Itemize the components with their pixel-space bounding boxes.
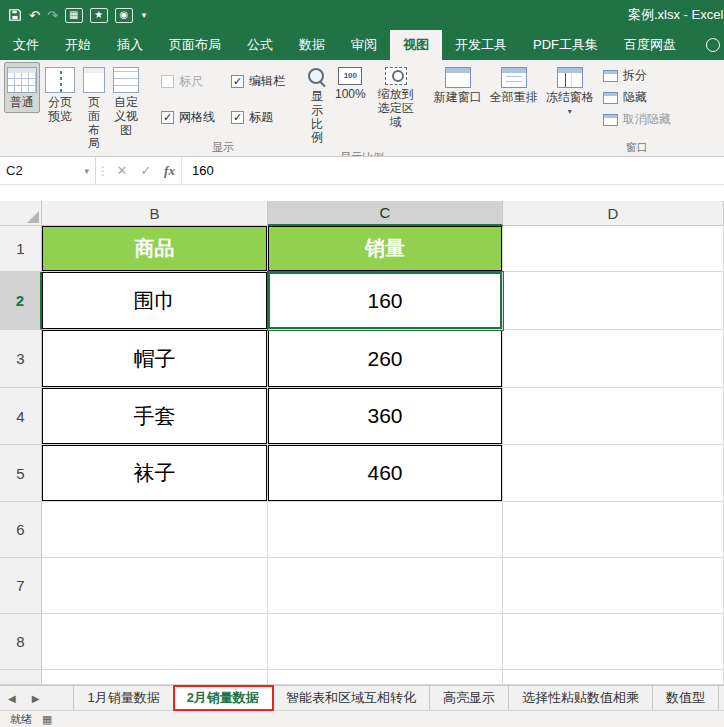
star-icon[interactable]: ★ bbox=[90, 8, 108, 23]
cell-c2-active[interactable]: 160 bbox=[268, 272, 503, 330]
cell-b1[interactable]: 商品 bbox=[42, 226, 268, 272]
cell-b2[interactable]: 围巾 bbox=[42, 272, 268, 330]
tab-developer[interactable]: 开发工具 bbox=[442, 30, 520, 60]
unhide-button[interactable]: 取消隐藏 bbox=[600, 110, 674, 129]
sheet-tab-numeric[interactable]: 数值型 bbox=[653, 686, 719, 710]
freeze-panes-button[interactable]: 冻结窗格 ▾ bbox=[543, 62, 597, 119]
account-icon[interactable] bbox=[706, 38, 720, 52]
tab-page-layout[interactable]: 页面布局 bbox=[156, 30, 234, 60]
camera-icon[interactable]: ◉ bbox=[115, 8, 133, 23]
column-header-d[interactable]: D bbox=[503, 201, 724, 226]
sheet-tab-february-active[interactable]: 2月销量数据 bbox=[174, 686, 273, 710]
row-header-7[interactable]: 7 bbox=[0, 558, 42, 614]
tab-home[interactable]: 开始 bbox=[52, 30, 104, 60]
cell-b4[interactable]: 手套 bbox=[42, 388, 268, 445]
row-header-5[interactable]: 5 bbox=[0, 445, 42, 502]
select-all-corner[interactable] bbox=[0, 201, 42, 226]
cell-c4[interactable]: 360 bbox=[268, 388, 503, 445]
status-icon[interactable]: ▦ bbox=[42, 713, 52, 726]
customize-qat-icon[interactable]: ▾ bbox=[142, 11, 147, 20]
tab-file[interactable]: 文件 bbox=[0, 30, 52, 60]
status-bar: 就绪 ▦ bbox=[0, 710, 724, 727]
sheet-tab-smart-table[interactable]: 智能表和区域互相转化 bbox=[273, 686, 430, 710]
cell-d3[interactable] bbox=[503, 330, 724, 388]
cell-c6[interactable] bbox=[268, 502, 503, 558]
cell-b7[interactable] bbox=[42, 558, 268, 614]
cancel-icon[interactable]: ✕ bbox=[110, 157, 134, 184]
cell-d7[interactable] bbox=[503, 558, 724, 614]
zoom-to-selection-icon bbox=[385, 67, 407, 85]
cell-b3[interactable]: 帽子 bbox=[42, 330, 268, 388]
save-icon[interactable] bbox=[8, 8, 22, 22]
cell-c1[interactable]: 销量 bbox=[268, 226, 503, 272]
cell-d5[interactable] bbox=[503, 445, 724, 502]
tab-formulas[interactable]: 公式 bbox=[234, 30, 286, 60]
enter-icon[interactable]: ✓ bbox=[134, 157, 158, 184]
page-layout-view-button[interactable]: 页面布局 bbox=[80, 62, 108, 154]
tab-review[interactable]: 审阅 bbox=[338, 30, 390, 60]
row-header-4[interactable]: 4 bbox=[0, 388, 42, 445]
new-window-button[interactable]: 新建窗口 bbox=[431, 62, 485, 108]
gridlines-label: 网格线 bbox=[179, 109, 215, 126]
cell-d1[interactable] bbox=[503, 226, 724, 272]
custom-views-label: 自定义视图 bbox=[113, 96, 139, 137]
undo-icon[interactable]: ↶ bbox=[29, 9, 40, 22]
tab-pdf-tools[interactable]: PDF工具集 bbox=[520, 30, 611, 60]
column-header-c[interactable]: C bbox=[268, 201, 503, 226]
cell-b5[interactable]: 袜子 bbox=[42, 445, 268, 502]
sheet-tab-january[interactable]: 1月销量数据 bbox=[73, 686, 173, 710]
redo-icon[interactable]: ↷ bbox=[47, 9, 58, 22]
arrange-all-button[interactable]: 全部重排 bbox=[487, 62, 541, 108]
sheet-nav-right-icon[interactable]: ▶ bbox=[24, 686, 48, 710]
row-header-3[interactable]: 3 bbox=[0, 330, 42, 388]
table-icon[interactable]: ▦ bbox=[65, 8, 83, 23]
cell-c7[interactable] bbox=[268, 558, 503, 614]
sheet-tab-highlight[interactable]: 高亮显示 bbox=[430, 686, 509, 710]
cell-d6[interactable] bbox=[503, 502, 724, 558]
cell-c5[interactable]: 460 bbox=[268, 445, 503, 502]
group-zoom: 显示比例 100% 缩放到选定区域 显示比例 bbox=[300, 60, 425, 156]
row-header-8[interactable]: 8 bbox=[0, 614, 42, 670]
hide-button[interactable]: 隐藏 bbox=[600, 88, 674, 107]
spreadsheet-grid: B C D 1 商品 销量 2 围巾 160 3 帽子 260 4 手套 360… bbox=[0, 201, 724, 685]
row-header-1[interactable]: 1 bbox=[0, 226, 42, 272]
cell-d2[interactable] bbox=[503, 272, 724, 330]
tab-data[interactable]: 数据 bbox=[286, 30, 338, 60]
formula-bar-handle: ⋮ bbox=[96, 157, 110, 184]
formula-bar-checkbox[interactable]: ✓ 编辑栏 bbox=[231, 73, 285, 90]
workbook-views-buttons: 普通 分页预览 页面布局 自定义视图 bbox=[3, 61, 143, 155]
checkbox-checked-icon: ✓ bbox=[161, 111, 174, 124]
name-box-dropdown-icon[interactable]: ▾ bbox=[84, 166, 89, 176]
row-header-6[interactable]: 6 bbox=[0, 502, 42, 558]
normal-view-button[interactable]: 普通 bbox=[4, 62, 40, 113]
headings-checkbox[interactable]: ✓ 标题 bbox=[231, 109, 285, 126]
column-header-b[interactable]: B bbox=[42, 201, 268, 226]
cell-d4[interactable] bbox=[503, 388, 724, 445]
page-break-preview-icon bbox=[45, 67, 75, 93]
custom-views-button[interactable]: 自定义视图 bbox=[110, 62, 142, 140]
name-box[interactable]: C2 ▾ bbox=[0, 157, 96, 184]
page-break-preview-button[interactable]: 分页预览 bbox=[42, 62, 78, 127]
row-header-2[interactable]: 2 bbox=[0, 272, 42, 330]
cell-c8[interactable] bbox=[268, 614, 503, 670]
tab-view[interactable]: 视图 bbox=[390, 30, 442, 60]
sheet-nav-left-icon[interactable]: ◀ bbox=[0, 686, 24, 710]
split-button[interactable]: 拆分 bbox=[600, 66, 674, 85]
zoom-100-button[interactable]: 100% bbox=[332, 62, 369, 105]
ruler-checkbox[interactable]: 标尺 bbox=[161, 73, 215, 90]
insert-function-icon[interactable]: fx bbox=[158, 157, 182, 184]
zoom-button[interactable]: 显示比例 bbox=[304, 62, 330, 148]
arrange-all-label: 全部重排 bbox=[490, 91, 538, 105]
cell-d8[interactable] bbox=[503, 614, 724, 670]
tab-baidu-netdisk[interactable]: 百度网盘 bbox=[611, 30, 689, 60]
sheet-tab-paste-special[interactable]: 选择性粘贴数值相乘 bbox=[509, 686, 653, 710]
cell-b6[interactable] bbox=[42, 502, 268, 558]
hide-icon bbox=[603, 92, 618, 104]
cell-b8[interactable] bbox=[42, 614, 268, 670]
zoom-to-selection-button[interactable]: 缩放到选定区域 bbox=[371, 62, 421, 132]
tab-insert[interactable]: 插入 bbox=[104, 30, 156, 60]
group-workbook-views: 普通 分页预览 页面布局 自定义视图 工作簿视图 bbox=[0, 60, 146, 156]
cell-c3[interactable]: 260 bbox=[268, 330, 503, 388]
formula-input[interactable]: 160 bbox=[182, 157, 724, 184]
gridlines-checkbox[interactable]: ✓ 网格线 bbox=[161, 109, 215, 126]
